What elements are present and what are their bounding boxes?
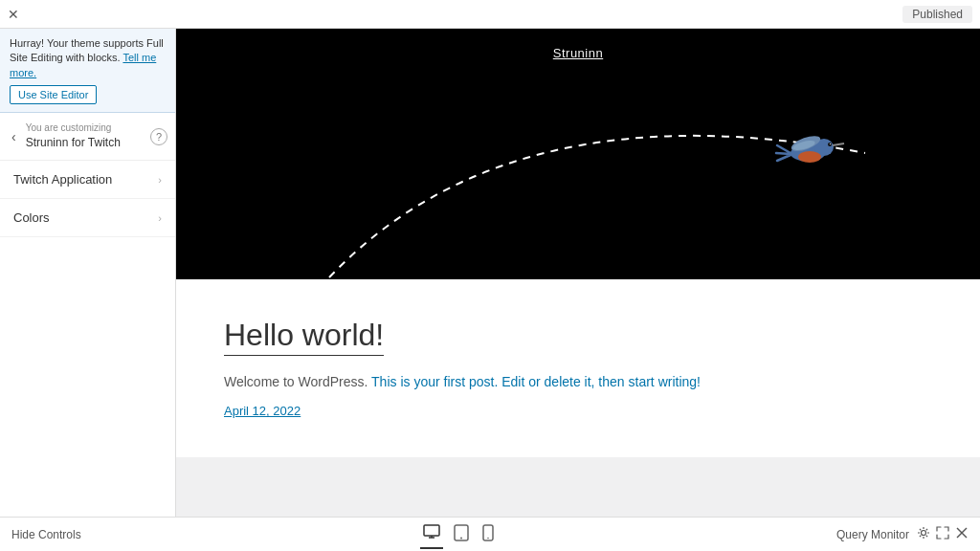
tablet-view-button[interactable] [451,521,472,548]
notice-bar: Hurray! Your theme supports Full Site Ed… [0,29,175,113]
settings-icon-button[interactable] [917,526,930,542]
post-date-link[interactable]: April 12, 2022 [224,404,301,418]
sidebar-item-twitch-application[interactable]: Twitch Application › [0,161,175,199]
customizer-header: ‹ You are customizing Struninn for Twitc… [0,113,175,161]
query-monitor-label: Query Monitor [836,528,909,541]
mobile-view-button[interactable] [479,521,497,548]
post-excerpt-link[interactable]: This is your first post. Edit or delete … [371,374,701,389]
hero-section: Struninn [176,29,980,279]
gear-icon [917,526,930,540]
svg-point-4 [828,143,832,146]
twitch-application-label: Twitch Application [13,172,112,187]
svg-rect-8 [424,525,439,536]
mobile-icon [482,524,494,541]
post-excerpt-plain: Welcome to WordPress. [224,374,368,389]
preview-area: Struninn [176,29,980,517]
bottom-icons [917,526,969,542]
customizer-site-title: Struninn for Twitch [26,136,121,149]
bottom-right: Query Monitor [836,526,969,542]
svg-line-3 [833,143,844,145]
colors-label: Colors [13,210,50,225]
expand-icon-button[interactable] [936,526,949,542]
device-icons [420,520,497,549]
top-bar: ✕ Published [0,0,980,29]
chevron-right-icon: › [158,174,162,186]
svg-point-5 [830,143,831,144]
svg-point-2 [798,151,821,163]
bottom-bar: Hide Controls Query Monitor [0,517,980,551]
expand-icon [936,526,949,540]
sidebar-item-colors[interactable]: Colors › [0,199,175,237]
svg-point-12 [460,537,462,539]
close-icon [955,526,969,540]
help-button[interactable]: ? [150,128,167,145]
close-button[interactable]: ✕ [8,7,19,22]
hide-controls-label: Hide Controls [11,528,81,541]
svg-point-15 [921,531,925,536]
desktop-view-button[interactable] [420,520,443,549]
chevron-right-icon: › [158,212,162,224]
hide-controls-button[interactable]: Hide Controls [11,528,81,541]
preview-frame: Struninn [176,29,980,457]
customizer-title-area: You are customizing Struninn for Twitch [26,122,145,150]
content-area: Hello world! Welcome to WordPress. This … [176,279,980,457]
bird-illustration [769,124,846,181]
use-site-editor-button[interactable]: Use Site Editor [10,85,97,104]
dashed-path-svg [176,29,980,279]
desktop-icon [423,523,440,540]
published-badge: Published [902,6,972,23]
customizer-label: You are customizing [26,122,145,133]
sidebar: Hurray! Your theme supports Full Site Ed… [0,29,176,517]
back-button[interactable]: ‹ [8,127,20,146]
close-bottom-icon-button[interactable] [955,526,969,542]
post-excerpt: Welcome to WordPress. This is your first… [224,371,932,392]
post-title: Hello world! [224,318,384,356]
svg-point-14 [488,537,490,539]
tablet-icon [454,524,469,541]
main-layout: Hurray! Your theme supports Full Site Ed… [0,29,980,517]
